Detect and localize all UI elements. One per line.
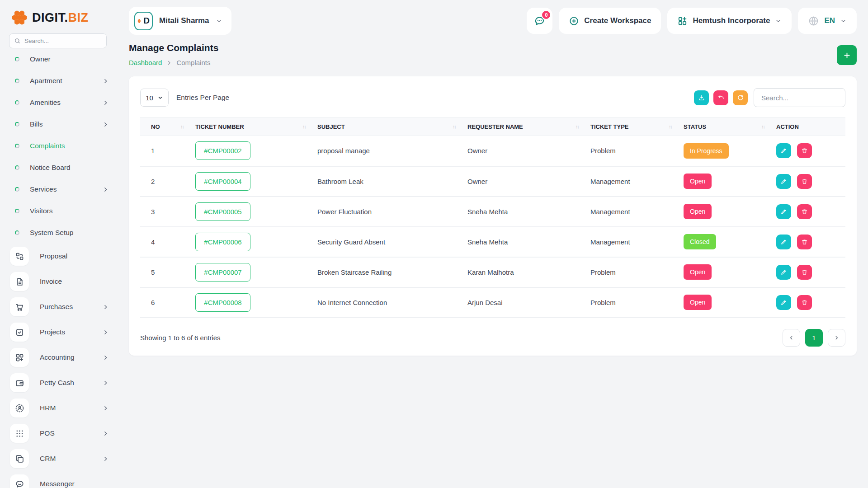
delete-button[interactable] [797, 204, 812, 219]
column-header-ticket-type[interactable]: TICKET TYPE ↑↓ [590, 117, 684, 136]
messages-button[interactable]: 0 [527, 8, 552, 34]
delete-button[interactable] [797, 235, 812, 249]
chevron-down-icon [157, 95, 163, 101]
brand-mini-icon [137, 19, 142, 23]
column-header-subject[interactable]: SUBJECT ↑↓ [317, 117, 467, 136]
create-workspace-label: Create Workspace [584, 16, 651, 25]
column-header-requester-name[interactable]: REQUESTER NAME ↑↓ [467, 117, 590, 136]
edit-button[interactable] [776, 143, 791, 158]
table-search-input[interactable] [754, 88, 845, 107]
sidebar-item-owner[interactable]: Owner [0, 50, 118, 70]
requester-cell: Arjun Desai [467, 287, 590, 318]
breadcrumb-dashboard-link[interactable]: Dashboard [129, 59, 162, 66]
create-workspace-button[interactable]: Create Workspace [559, 8, 661, 34]
check-square-icon [10, 323, 29, 342]
sidebar-item-services[interactable]: Services [0, 178, 118, 200]
edit-button[interactable] [776, 174, 791, 189]
ticket-number-badge[interactable]: #CMP00004 [195, 172, 250, 191]
column-header-status[interactable]: STATUS ↑↓ [684, 117, 776, 136]
pagination-page-1-button[interactable]: 1 [805, 329, 823, 347]
column-header-ticket-number[interactable]: TICKET NUMBER ↑↓ [195, 117, 317, 136]
topbar: D Mitali Sharma 0 Create Workspace Hemtu… [129, 0, 857, 42]
sidebar-item-hrm[interactable]: HRM [0, 395, 118, 421]
sort-icon[interactable]: ↑↓ [180, 124, 184, 129]
sidebar-item-projects[interactable]: Projects [0, 319, 118, 345]
status-badge: Open [684, 204, 712, 219]
sort-icon[interactable]: ↑↓ [761, 124, 764, 129]
sidebar-item-amenities[interactable]: Amenities [0, 92, 118, 113]
person-circle-icon [10, 399, 29, 418]
edit-button[interactable] [776, 265, 791, 280]
row-number: 4 [140, 227, 195, 257]
grid-plus-icon [10, 348, 29, 367]
ticket-number-badge[interactable]: #CMP00005 [195, 202, 250, 221]
ticket-type-cell: Problem [590, 287, 684, 318]
sidebar-item-invoice[interactable]: Invoice [0, 269, 118, 294]
sidebar-item-petty-cash[interactable]: Petty Cash [0, 370, 118, 395]
sidebar-item-accounting[interactable]: Accounting [0, 345, 118, 370]
delete-button[interactable] [797, 295, 812, 310]
edit-button[interactable] [776, 204, 791, 219]
reset-button[interactable] [713, 90, 728, 105]
delete-button[interactable] [797, 143, 812, 158]
status-badge: Closed [684, 234, 716, 249]
dot-icon [15, 187, 19, 192]
sidebar-item-system-setup[interactable]: System Setup [0, 222, 118, 244]
sidebar-item-apartment[interactable]: Apartment [0, 70, 118, 92]
delete-button[interactable] [797, 174, 812, 189]
pagination-prev-button[interactable] [783, 329, 800, 347]
row-number: 2 [140, 166, 195, 197]
sidebar-item-bills[interactable]: Bills [0, 113, 118, 135]
table-row: 6 #CMP00008 No Internet Connection Arjun… [140, 287, 845, 318]
add-complaint-button[interactable] [837, 45, 857, 65]
row-number: 1 [140, 136, 195, 166]
column-header-action: ACTION [776, 117, 845, 136]
entries-per-page-select[interactable]: 10 [140, 89, 169, 107]
sidebar-item-crm[interactable]: CRM [0, 446, 118, 471]
chevron-right-icon [103, 355, 108, 361]
sort-icon[interactable]: ↑↓ [669, 124, 672, 129]
edit-button[interactable] [776, 235, 791, 249]
sidebar-item-complaints[interactable]: Complaints [0, 135, 118, 157]
dots-grid-icon [10, 424, 29, 443]
ticket-number-badge[interactable]: #CMP00006 [195, 233, 250, 251]
sort-icon[interactable]: ↑↓ [453, 124, 456, 129]
sidebar-search[interactable] [9, 33, 107, 48]
proposal-icon [10, 247, 29, 266]
brand-logo: DIGIT.BIZ [0, 0, 118, 33]
language-selector[interactable]: EN [798, 8, 857, 34]
table-row: 4 #CMP00006 Security Guard Absent Sneha … [140, 227, 845, 257]
sort-icon[interactable]: ↑↓ [576, 124, 579, 129]
sidebar-item-messenger[interactable]: Messenger [0, 471, 118, 488]
pagination-next-button[interactable] [828, 329, 845, 347]
ticket-number-badge[interactable]: #CMP00008 [195, 293, 250, 312]
sidebar-item-pos[interactable]: POS [0, 421, 118, 446]
sidebar-search-input[interactable] [24, 38, 102, 44]
sidebar-item-proposal[interactable]: Proposal [0, 244, 118, 269]
workspace-logo: D [134, 12, 153, 30]
export-button[interactable] [694, 90, 709, 105]
complaints-table: NO ↑↓ TICKET NUMBER ↑↓ SUBJECT ↑↓ REQUES… [140, 117, 845, 318]
refresh-button[interactable] [733, 90, 748, 105]
column-header-no[interactable]: NO ↑↓ [140, 117, 195, 136]
delete-button[interactable] [797, 265, 812, 280]
sort-icon[interactable]: ↑↓ [302, 124, 306, 129]
chevron-down-icon [840, 18, 847, 24]
workspace-selector[interactable]: D Mitali Sharma [129, 7, 231, 35]
chevron-right-icon [166, 60, 172, 66]
table-row: 1 #CMP00002 proposal manage Owner Proble… [140, 136, 845, 166]
sidebar-item-visitors[interactable]: Visitors [0, 200, 118, 222]
sidebar-item-purchases[interactable]: Purchases [0, 294, 118, 319]
edit-button[interactable] [776, 295, 791, 310]
ticket-number-badge[interactable]: #CMP00007 [195, 263, 250, 282]
chevron-left-icon [788, 335, 794, 341]
workspace-grid-icon [677, 16, 688, 26]
page-header: Manage Complaints Dashboard Complaints [129, 42, 857, 66]
chat-bubble-icon [10, 474, 29, 488]
sidebar-item-notice-board[interactable]: Notice Board [0, 157, 118, 178]
table-footer: Showing 1 to 6 of 6 entries 1 [140, 329, 845, 347]
row-number: 6 [140, 287, 195, 318]
company-selector[interactable]: Hemtush Incorporate [667, 8, 792, 34]
ticket-number-badge[interactable]: #CMP00002 [195, 141, 250, 160]
page-title: Manage Complaints [129, 42, 218, 53]
